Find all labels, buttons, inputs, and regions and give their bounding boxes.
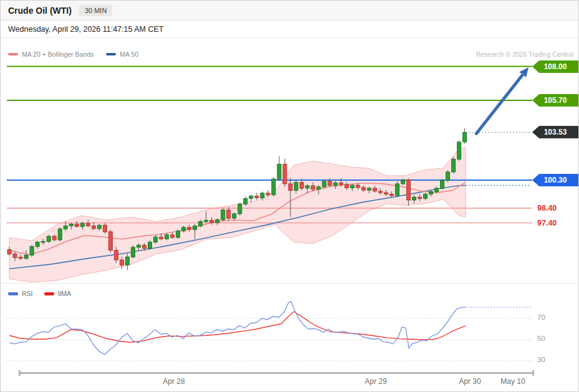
candle-down bbox=[283, 164, 287, 184]
price-label-support: 98.40 bbox=[537, 203, 557, 213]
rsi-tick-label: 70 bbox=[537, 313, 545, 321]
candle-down bbox=[75, 224, 79, 227]
main-legend-swatch bbox=[106, 53, 116, 55]
candle-down bbox=[108, 232, 112, 251]
candle-up bbox=[41, 241, 45, 242]
candle-up bbox=[350, 185, 354, 188]
candle-up bbox=[36, 242, 39, 247]
main-legend-item: MA 20 + Bollinger Bands bbox=[8, 50, 93, 58]
rsi-legend-label: RSI bbox=[22, 290, 33, 297]
main-legend-swatch bbox=[8, 53, 18, 55]
rsi-legend-label: 9MA bbox=[58, 290, 72, 297]
candle-up bbox=[148, 242, 152, 249]
main-legend-label: MA 20 + Bollinger Bands bbox=[22, 50, 93, 58]
candle-down bbox=[160, 237, 163, 239]
candle-down bbox=[339, 183, 343, 184]
candle-down bbox=[266, 193, 270, 195]
candle-up bbox=[165, 235, 169, 239]
candle-up bbox=[69, 224, 73, 226]
candle-down bbox=[406, 180, 410, 201]
projection-arrow-shaft bbox=[476, 75, 523, 135]
title-bar: Crude Oil (WTI) 30 MIN bbox=[1, 1, 578, 21]
candle-down bbox=[19, 257, 22, 259]
candle-up bbox=[193, 226, 197, 230]
candle-up bbox=[125, 257, 129, 265]
rsi-chart-svg bbox=[1, 284, 578, 371]
candle-up bbox=[463, 132, 467, 141]
price-label-pivot: 100.30 bbox=[532, 174, 578, 186]
candle-down bbox=[114, 251, 118, 260]
candle-down bbox=[13, 254, 17, 258]
candle-up bbox=[457, 142, 461, 160]
candle-down bbox=[345, 184, 348, 188]
candle-up bbox=[395, 184, 399, 196]
candle-up bbox=[58, 229, 62, 240]
candle-up bbox=[401, 180, 404, 184]
candle-down bbox=[210, 221, 214, 223]
candle-down bbox=[188, 227, 191, 230]
candle-down bbox=[120, 260, 123, 265]
candle-up bbox=[182, 227, 186, 231]
rsi-tick-label: 50 bbox=[537, 335, 545, 342]
time-scrollbar-left-cap[interactable] bbox=[19, 370, 21, 376]
candle-down bbox=[227, 210, 231, 218]
candle-up bbox=[238, 204, 242, 214]
price-label-support: 97.40 bbox=[537, 218, 557, 228]
rsi-line bbox=[9, 302, 466, 355]
candle-down bbox=[142, 245, 146, 248]
candle-up bbox=[277, 164, 281, 179]
candle-up bbox=[322, 181, 326, 187]
candle-down bbox=[52, 236, 56, 240]
candle-up bbox=[446, 172, 450, 181]
research-watermark: Research © 2026 Trading Central bbox=[476, 50, 573, 58]
candle-down bbox=[92, 226, 95, 229]
candle-down bbox=[86, 223, 90, 226]
date-row: Wednesday, April 29, 2026 11:47:15 AM CE… bbox=[1, 21, 578, 38]
main-legend-item: MA 50 bbox=[106, 50, 138, 58]
rsi-legend-swatch bbox=[8, 292, 18, 295]
candle-down bbox=[373, 188, 376, 191]
candle-up bbox=[30, 247, 34, 256]
candle-up bbox=[232, 214, 236, 218]
candle-up bbox=[305, 186, 309, 188]
price-label-last-price: 103.53 bbox=[532, 126, 578, 138]
rsi-legend-item: 9MA bbox=[44, 290, 72, 297]
candle-up bbox=[244, 199, 247, 204]
timestamp-text: Wednesday, April 29, 2026 11:47:15 AM CE… bbox=[8, 25, 163, 34]
candle-up bbox=[249, 196, 253, 199]
rsi-tick-label: 30 bbox=[537, 356, 545, 363]
time-scrollbar[interactable] bbox=[19, 372, 534, 374]
candle-up bbox=[136, 245, 140, 247]
candle-down bbox=[418, 197, 421, 198]
candle-up bbox=[221, 210, 225, 220]
candle-down bbox=[255, 196, 259, 198]
x-axis-date-label: Apr 29 bbox=[365, 377, 386, 386]
candle-down bbox=[171, 235, 175, 237]
candle-up bbox=[435, 188, 439, 192]
bollinger-band bbox=[9, 148, 466, 282]
candle-down bbox=[103, 225, 107, 232]
timeframe-badge: 30 MIN bbox=[79, 5, 112, 16]
candle-down bbox=[378, 191, 382, 193]
candle-down bbox=[289, 184, 292, 191]
candle-up bbox=[64, 226, 67, 229]
candle-up bbox=[131, 247, 135, 257]
candle-up bbox=[97, 225, 101, 229]
x-axis-date-label: May 10 bbox=[500, 377, 525, 386]
price-label-resistance: 108.00 bbox=[532, 60, 578, 73]
candle-up bbox=[199, 221, 203, 226]
candle-down bbox=[384, 193, 388, 194]
rsi-legend: RSI9MA bbox=[8, 290, 71, 297]
candle-up bbox=[452, 159, 456, 172]
x-axis-date-label: Apr 30 bbox=[459, 377, 481, 386]
candle-down bbox=[7, 249, 11, 254]
pane-separator bbox=[1, 283, 578, 284]
time-scrollbar-right-cap[interactable] bbox=[532, 370, 534, 376]
candle-down bbox=[311, 186, 315, 189]
main-chart-legend: MA 20 + Bollinger BandsMA 50 bbox=[8, 50, 138, 58]
candle-up bbox=[412, 197, 416, 200]
price-label-resistance: 105.70 bbox=[532, 94, 578, 107]
candle-up bbox=[216, 220, 219, 223]
candle-down bbox=[361, 188, 365, 190]
candle-up bbox=[176, 231, 180, 237]
